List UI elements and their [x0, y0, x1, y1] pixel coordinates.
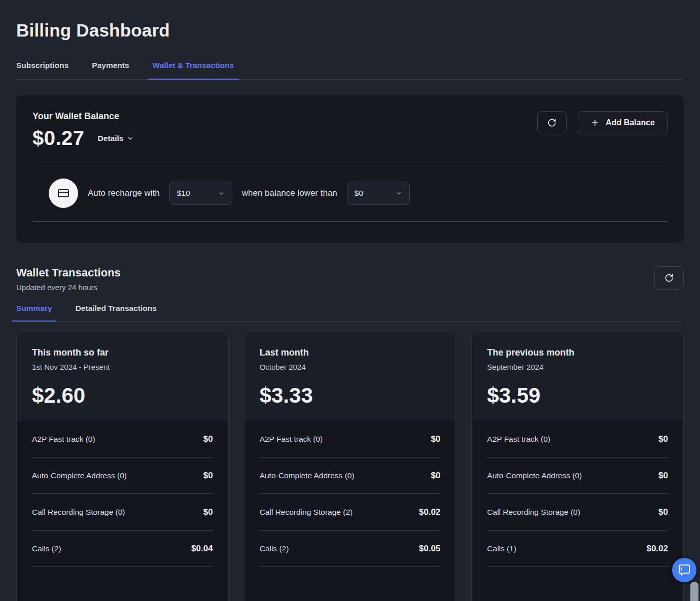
summary-card-header: The previous month September 2024 $3.59 [472, 332, 683, 421]
table-row: Call Recording Storage (0) $0 [32, 494, 213, 531]
help-chat-widget-button[interactable] [672, 558, 696, 582]
summary-card-total: $3.33 [260, 383, 441, 408]
table-row: Calls (2) $0.05 [260, 531, 441, 567]
scrollbar-thumb[interactable] [690, 582, 698, 601]
row-label: A2P Fast track (0) [32, 435, 95, 444]
main-tabs: Subscriptions Payments Wallet & Transact… [16, 61, 684, 80]
chevron-down-icon [127, 135, 134, 142]
summary-card-title: The previous month [487, 347, 668, 358]
wallet-balance-header: Your Wallet Balance $0.27 Details Add Ba… [32, 111, 668, 150]
summary-cards-grid: This month so far 1st Nov 2024 - Present… [16, 332, 684, 601]
summary-card-this-month: This month so far 1st Nov 2024 - Present… [16, 332, 229, 601]
summary-card-header: This month so far 1st Nov 2024 - Present… [17, 332, 228, 421]
row-amount: $0 [203, 507, 213, 517]
add-balance-label: Add Balance [606, 118, 655, 127]
details-label: Details [98, 134, 124, 143]
refresh-icon [547, 118, 557, 128]
row-amount: $0 [203, 434, 213, 444]
row-label: A2P Fast track (0) [487, 435, 550, 444]
summary-card-header: Last month October 2024 $3.33 [244, 332, 456, 421]
row-label: Auto-Complete Address (0) [32, 471, 127, 480]
recharge-threshold-select[interactable]: $0 [347, 182, 410, 205]
credit-card-icon [57, 187, 69, 199]
table-row: A2P Fast track (0) $0 [260, 421, 441, 457]
table-row: A2P Fast track (0) $0 [487, 421, 668, 457]
tab-payments[interactable]: Payments [92, 61, 129, 79]
summary-card-total: $3.59 [487, 383, 668, 408]
row-amount: $0 [431, 434, 440, 444]
row-amount: $0.04 [191, 544, 213, 554]
summary-card-period: September 2024 [487, 363, 668, 371]
summary-card-total: $2.60 [32, 383, 213, 408]
table-row: Call Recording Storage (2) $0.02 [260, 494, 441, 531]
wallet-balance-row: $0.27 Details [32, 127, 134, 150]
row-label: Auto-Complete Address (0) [487, 471, 582, 480]
chat-bubble-icon [678, 564, 690, 576]
summary-card-rows: A2P Fast track (0) $0 Auto-Complete Addr… [17, 421, 228, 601]
row-label: Call Recording Storage (0) [32, 508, 125, 517]
add-balance-button[interactable]: Add Balance [578, 111, 668, 134]
refresh-transactions-button[interactable] [654, 266, 684, 290]
row-label: Call Recording Storage (2) [260, 508, 353, 517]
table-row: Auto-Complete Address (0) $0 [260, 457, 441, 494]
recharge-amount-select[interactable]: $10 [169, 182, 232, 205]
wallet-transactions-titles: Wallet Transactions Updated every 24 hou… [16, 266, 121, 292]
tab-detailed-transactions[interactable]: Detailed Transactions [76, 304, 157, 321]
tab-wallet-transactions[interactable]: Wallet & Transactions [153, 61, 234, 79]
tab-summary[interactable]: Summary [16, 304, 52, 321]
row-amount: $0 [203, 471, 213, 481]
row-label: Auto-Complete Address (0) [260, 471, 355, 480]
transactions-tabs: Summary Detailed Transactions [16, 304, 684, 322]
summary-card-rows: A2P Fast track (0) $0 Auto-Complete Addr… [244, 421, 456, 601]
row-label: Calls (1) [487, 544, 516, 553]
recharge-icon-badge [49, 179, 78, 208]
recharge-amount-value: $10 [177, 189, 190, 198]
details-toggle[interactable]: Details [98, 134, 134, 143]
summary-card-last-month: Last month October 2024 $3.33 A2P Fast t… [244, 332, 457, 601]
refresh-balance-button[interactable] [537, 111, 567, 134]
row-amount: $0 [658, 507, 668, 517]
wallet-balance-label: Your Wallet Balance [32, 111, 134, 122]
auto-recharge-text: Auto recharge with [88, 188, 160, 198]
summary-card-title: Last month [260, 347, 441, 358]
plus-icon [590, 118, 600, 127]
table-row: Call Recording Storage (0) $0 [487, 494, 668, 531]
summary-card-previous-month: The previous month September 2024 $3.59 … [471, 332, 684, 601]
row-amount: $0 [431, 471, 440, 481]
summary-card-period: October 2024 [260, 363, 441, 371]
refresh-icon [664, 273, 674, 283]
row-label: A2P Fast track (0) [260, 435, 323, 444]
wallet-balance-value: $0.27 [32, 127, 85, 150]
row-amount: $0 [658, 434, 668, 444]
row-amount: $0.05 [419, 544, 441, 554]
row-amount: $0 [658, 471, 668, 481]
table-row: Calls (2) $0.04 [32, 531, 213, 567]
row-amount: $0.02 [646, 544, 668, 554]
wallet-transactions-header: Wallet Transactions Updated every 24 hou… [16, 266, 684, 292]
chevron-down-icon [218, 190, 225, 197]
wallet-transactions-title: Wallet Transactions [16, 266, 121, 279]
table-row: A2P Fast track (0) $0 [32, 421, 213, 457]
row-label: Calls (2) [32, 544, 61, 553]
row-label: Call Recording Storage (0) [487, 508, 580, 517]
table-row: Auto-Complete Address (0) $0 [487, 457, 668, 494]
auto-recharge-section: Auto recharge with $10 when balance lowe… [32, 165, 668, 222]
summary-card-title: This month so far [32, 347, 213, 358]
table-row: Auto-Complete Address (0) $0 [32, 457, 213, 494]
table-row: Calls (1) $0.02 [487, 531, 668, 567]
wallet-balance-card: Your Wallet Balance $0.27 Details Add Ba… [16, 95, 684, 243]
billing-dashboard-page: Billing Dashboard Subscriptions Payments… [0, 20, 700, 601]
recharge-threshold-value: $0 [355, 189, 363, 198]
summary-card-rows: A2P Fast track (0) $0 Auto-Complete Addr… [472, 421, 683, 601]
tab-subscriptions[interactable]: Subscriptions [16, 61, 68, 79]
summary-card-period: 1st Nov 2024 - Present [32, 363, 213, 371]
page-title: Billing Dashboard [16, 20, 684, 41]
wallet-transactions-subtitle: Updated every 24 hours [16, 283, 121, 292]
chevron-down-icon [396, 190, 402, 197]
row-label: Calls (2) [260, 544, 289, 553]
balance-threshold-text: when balance lower than [242, 188, 337, 198]
wallet-balance-info: Your Wallet Balance $0.27 Details [32, 111, 134, 150]
wallet-actions: Add Balance [537, 111, 668, 134]
row-amount: $0.02 [419, 507, 441, 517]
